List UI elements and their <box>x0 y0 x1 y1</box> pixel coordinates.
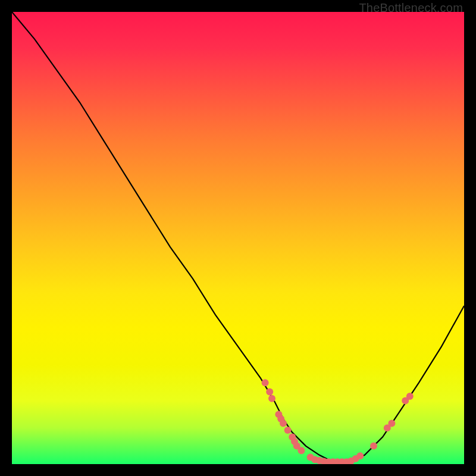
data-marker <box>280 420 287 427</box>
data-marker <box>298 447 305 454</box>
data-marker <box>356 452 364 459</box>
data-marker <box>268 395 275 402</box>
watermark-text: TheBottleneck.com <box>359 1 463 15</box>
data-marker <box>262 379 269 386</box>
data-marker <box>370 443 377 450</box>
data-marker <box>388 420 395 427</box>
chart-markers <box>12 12 464 464</box>
data-marker <box>406 393 414 400</box>
data-marker <box>266 388 273 395</box>
data-marker <box>284 427 292 434</box>
plot-area <box>12 12 464 464</box>
